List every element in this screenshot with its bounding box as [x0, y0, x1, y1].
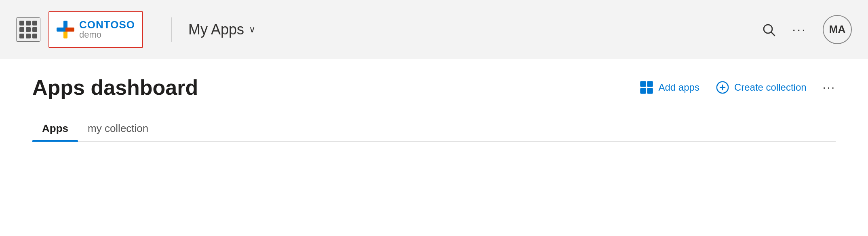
add-apps-button[interactable]: Add apps	[640, 81, 699, 94]
svg-line-1	[771, 32, 775, 35]
main-content: Apps dashboard Add apps Creat	[0, 59, 868, 236]
add-apps-label: Add apps	[658, 82, 699, 93]
waffle-button[interactable]	[16, 17, 40, 42]
search-icon	[761, 22, 776, 37]
dashboard-actions: Add apps Create collection ···	[640, 81, 836, 94]
tab-apps[interactable]: Apps	[32, 116, 78, 141]
page-title: Apps dashboard	[32, 75, 198, 100]
dashboard-ellipsis-button[interactable]: ···	[823, 81, 836, 94]
logo-sub: demo	[79, 30, 135, 40]
logo-container[interactable]: CONTOSO demo	[48, 11, 143, 48]
svg-rect-5	[647, 88, 653, 94]
logo-text: CONTOSO demo	[79, 19, 135, 40]
chevron-down-icon: ∨	[249, 24, 255, 35]
avatar[interactable]: MA	[823, 15, 852, 44]
navbar-ellipsis-button[interactable]: ···	[792, 21, 807, 37]
waffle-grid-icon	[19, 21, 37, 38]
navbar-actions: ··· MA	[761, 15, 852, 44]
create-collection-icon	[716, 81, 729, 94]
tabs-area: Apps my collection	[32, 116, 836, 142]
create-collection-label: Create collection	[734, 82, 807, 93]
svg-rect-4	[640, 88, 646, 94]
dashboard-header: Apps dashboard Add apps Creat	[32, 75, 836, 100]
add-apps-icon	[640, 81, 653, 94]
ellipsis-icon: ···	[792, 22, 807, 37]
nav-divider	[171, 17, 172, 42]
tab-my-collection[interactable]: my collection	[78, 116, 158, 141]
svg-rect-2	[640, 81, 646, 87]
app-title: My Apps	[188, 21, 244, 38]
dashboard-more-icon: ···	[823, 81, 836, 94]
create-collection-button[interactable]: Create collection	[716, 81, 807, 94]
search-button[interactable]	[761, 22, 776, 37]
logo-icon	[57, 21, 74, 38]
svg-rect-3	[647, 81, 653, 87]
app-title-area[interactable]: My Apps ∨	[188, 21, 255, 38]
navbar: CONTOSO demo My Apps ∨ ··· MA	[0, 0, 868, 59]
